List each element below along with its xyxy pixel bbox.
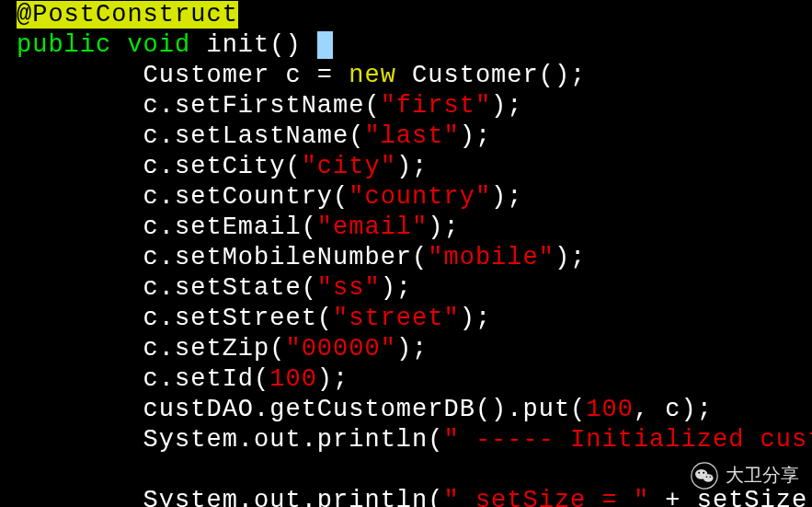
keyword-public: public bbox=[17, 31, 111, 59]
watermark: 大卫分享 bbox=[691, 460, 799, 490]
code-text: c.setLastName( bbox=[17, 122, 364, 150]
svg-point-3 bbox=[698, 471, 700, 473]
code-text: c.setCountry( bbox=[17, 183, 349, 211]
watermark-text: 大卫分享 bbox=[726, 460, 799, 490]
code-text: ); bbox=[428, 213, 459, 241]
code-text: c.setCity( bbox=[17, 153, 302, 180]
string-literal: "city" bbox=[302, 153, 396, 180]
code-text: ); bbox=[317, 365, 349, 393]
code-text: c.setZip( bbox=[17, 335, 285, 363]
code-text: ); bbox=[396, 153, 428, 180]
wechat-icon bbox=[691, 462, 718, 490]
code-text: Customer(); bbox=[396, 62, 586, 89]
code-text: ); bbox=[555, 244, 586, 271]
svg-point-6 bbox=[709, 476, 711, 478]
code-text: ); bbox=[396, 335, 428, 363]
code-block: @PostConstruct public void init() { Cust… bbox=[0, 0, 812, 507]
code-text: c.setStreet( bbox=[17, 305, 333, 332]
code-text: Customer c = bbox=[17, 62, 349, 89]
code-text: ); bbox=[491, 183, 522, 211]
code-text: c.setState( bbox=[17, 274, 317, 302]
number-literal: 100 bbox=[269, 365, 317, 393]
svg-point-5 bbox=[706, 476, 708, 478]
code-text: c.setEmail( bbox=[17, 213, 317, 241]
keyword-new: new bbox=[349, 62, 396, 89]
number-literal: 100 bbox=[586, 396, 634, 423]
code-text: ); bbox=[460, 122, 491, 150]
string-literal: "email" bbox=[317, 213, 428, 241]
code-text: custDAO.getCustomerDB().put( bbox=[17, 396, 586, 423]
code-text: ); bbox=[381, 274, 412, 302]
keyword-void: void bbox=[127, 31, 190, 59]
code-text: ); bbox=[460, 305, 491, 332]
string-literal: "00000" bbox=[285, 335, 395, 363]
code-text: , c); bbox=[634, 396, 713, 423]
string-literal: "country" bbox=[349, 183, 491, 211]
string-literal: "first" bbox=[381, 92, 491, 120]
string-literal: "last" bbox=[364, 122, 459, 150]
svg-point-4 bbox=[703, 471, 704, 473]
string-literal: " setSize = " bbox=[443, 487, 649, 507]
string-literal: "mobile" bbox=[428, 244, 555, 271]
string-literal: " ----- Initialized custom bbox=[443, 426, 812, 454]
code-text: System.out.println( bbox=[17, 426, 443, 454]
code-text: c.setFirstName( bbox=[17, 92, 381, 120]
code-text: ); bbox=[491, 92, 522, 120]
string-literal: "street" bbox=[333, 305, 460, 332]
annotation: @PostConstruct bbox=[17, 1, 238, 29]
cursor: { bbox=[317, 31, 333, 59]
method-name: init() bbox=[206, 31, 301, 59]
code-text: c.setMobileNumber( bbox=[17, 244, 428, 271]
string-literal: "ss" bbox=[317, 274, 381, 302]
code-text: System.out.println( bbox=[17, 487, 443, 507]
code-text: c.setId( bbox=[17, 365, 269, 393]
svg-point-2 bbox=[703, 474, 714, 482]
